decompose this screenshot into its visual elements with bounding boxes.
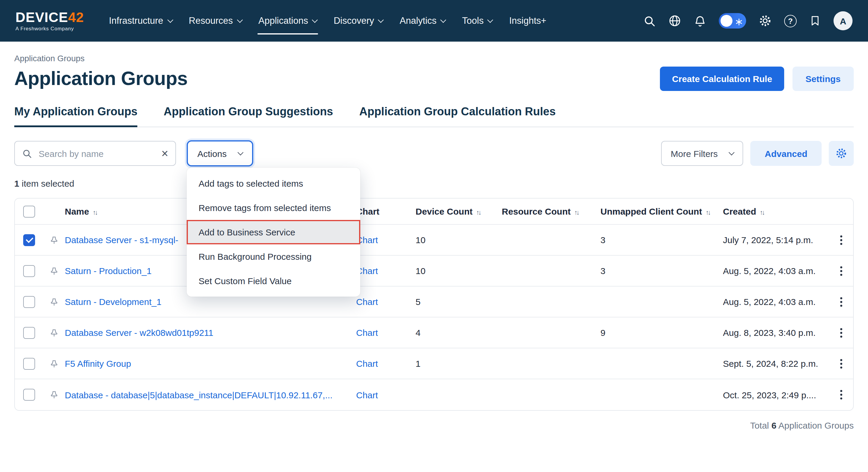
column-header-device-count[interactable]: Device Count↑↓ [415,206,502,216]
nav-resources[interactable]: Resources [180,0,250,42]
tabs: My Application Groups Application Group … [14,105,854,127]
select-all-checkbox[interactable] [23,206,35,217]
bell-icon[interactable] [694,14,706,27]
chevron-down-icon [488,17,493,23]
actions-dropdown-wrap: Actions Add tags to selected items Remov… [187,140,253,166]
pin-icon[interactable] [49,359,59,368]
actions-label: Actions [197,148,226,158]
created-date: Aug. 5, 2022, 4:03 a.m. [723,266,829,276]
row-actions-kebab[interactable] [829,327,853,338]
globe-icon[interactable] [668,14,681,27]
tab-application-group-calculation-rules[interactable]: Application Group Calculation Rules [360,105,556,127]
table-settings-button[interactable] [829,141,854,166]
column-header-created[interactable]: Created↑↓ [723,206,829,216]
gear-icon[interactable] [758,14,772,27]
column-header-unmapped-client-count[interactable]: Unmapped Client Count↑↓ [600,206,723,216]
more-filters-button[interactable]: More Filters [661,141,743,166]
row-checkbox[interactable] [23,265,35,277]
chart-link[interactable]: Chart [356,358,415,369]
search-input[interactable] [37,148,156,159]
device42-logo[interactable]: DEVICE42 A Freshworks Company [16,10,84,32]
table-row: Database Server - s1-mysql- Chart 10 3 J… [15,225,853,256]
nav-label: Resources [189,15,233,26]
row-actions-kebab[interactable] [829,389,853,400]
question-mark: ? [784,14,797,27]
group-name-link[interactable]: F5 Affinity Group [65,358,356,369]
chevron-down-icon [312,17,318,23]
chevron-down-icon [729,150,735,155]
title-row: Application Groups Create Calculation Ru… [14,67,854,91]
actions-dropdown-button[interactable]: Actions [187,140,253,166]
breadcrumb[interactable]: Application Groups [14,54,854,63]
nav-discovery[interactable]: Discovery [325,0,391,42]
row-checkbox[interactable] [23,234,35,246]
tab-application-group-suggestions[interactable]: Application Group Suggestions [164,105,333,127]
table-header-row: Name↑↓ Chart Device Count↑↓ Resource Cou… [15,198,853,225]
pin-icon[interactable] [49,297,59,307]
theme-toggle[interactable] [719,13,746,29]
device-count: 4 [415,327,502,338]
created-date: July 7, 2022, 5:14 p.m. [723,235,829,245]
table-row: Saturn - Production_1 Chart 10 3 Aug. 5,… [15,256,853,286]
total-suffix: Application Groups [778,420,854,430]
selection-text: item selected [22,178,74,188]
menu-item-run-background-processing[interactable]: Run Background Processing [187,244,360,269]
chart-link[interactable]: Chart [356,296,415,307]
column-header-chart[interactable]: Chart [356,206,415,216]
advanced-button[interactable]: Advanced [751,141,822,166]
column-header-resource-count[interactable]: Resource Count↑↓ [502,206,600,216]
bookmark-icon[interactable] [809,15,821,27]
nav-label: Tools [462,15,484,26]
toolbar-right: More Filters Advanced [661,141,854,166]
chart-link[interactable]: Chart [356,327,415,338]
row-checkbox[interactable] [23,357,35,370]
menu-item-set-custom-field-value[interactable]: Set Custom Field Value [187,269,360,293]
group-name-link[interactable]: Database - database|5|database_instance|… [65,390,356,400]
app-root: DEVICE42 A Freshworks Company Infrastruc… [0,0,868,430]
more-filters-label: More Filters [671,148,718,158]
nav-applications[interactable]: Applications [250,0,325,42]
device-count: 1 [415,358,502,369]
nav-label: Discovery [334,15,374,26]
nav-label: Insights+ [509,15,546,26]
nav-tools[interactable]: Tools [454,0,501,42]
nav-label: Applications [258,15,308,26]
group-name-link[interactable]: Saturn - Development_1 [65,296,356,307]
chart-link[interactable]: Chart [356,266,415,276]
menu-item-add-tags[interactable]: Add tags to selected items [187,171,360,196]
row-checkbox[interactable] [23,296,35,308]
nav-infrastructure[interactable]: Infrastructure [100,0,180,42]
pin-icon[interactable] [49,390,59,400]
sort-icon: ↑↓ [574,209,579,216]
total-number: 6 [771,420,776,430]
settings-button[interactable]: Settings [793,67,854,91]
help-icon[interactable]: ? [784,14,797,27]
row-actions-kebab[interactable] [829,234,853,245]
clear-search-icon[interactable]: × [161,148,168,159]
tab-my-application-groups[interactable]: My Application Groups [14,105,137,127]
user-avatar[interactable]: A [834,11,852,30]
chevron-down-icon [378,17,384,23]
unmapped-client-count: 3 [600,235,723,245]
search-icon[interactable] [643,14,656,27]
row-checkbox[interactable] [23,389,35,401]
row-checkbox[interactable] [23,327,35,339]
pin-icon[interactable] [49,235,59,245]
pin-icon[interactable] [49,328,59,337]
create-calculation-rule-button[interactable]: Create Calculation Rule [660,67,784,91]
nav-analytics[interactable]: Analytics [392,0,454,42]
chart-link[interactable]: Chart [356,235,415,245]
group-name-link[interactable]: Database Server - w2k08wd01tp9211 [65,327,356,338]
menu-item-remove-tags[interactable]: Remove tags from selected items [187,196,360,220]
pin-icon[interactable] [49,266,59,276]
gear-icon [835,148,847,159]
chart-link[interactable]: Chart [356,390,415,400]
row-actions-kebab[interactable] [829,296,853,307]
nav-insights-plus[interactable]: Insights+ [501,0,555,42]
row-actions-kebab[interactable] [829,265,853,276]
menu-item-add-to-business-service[interactable]: Add to Business Service [187,220,360,244]
top-navbar: DEVICE42 A Freshworks Company Infrastruc… [0,0,868,42]
created-date: Oct. 25, 2023, 2:49 p.... [723,390,829,400]
sort-icon: ↑↓ [476,209,480,216]
row-actions-kebab[interactable] [829,358,853,369]
